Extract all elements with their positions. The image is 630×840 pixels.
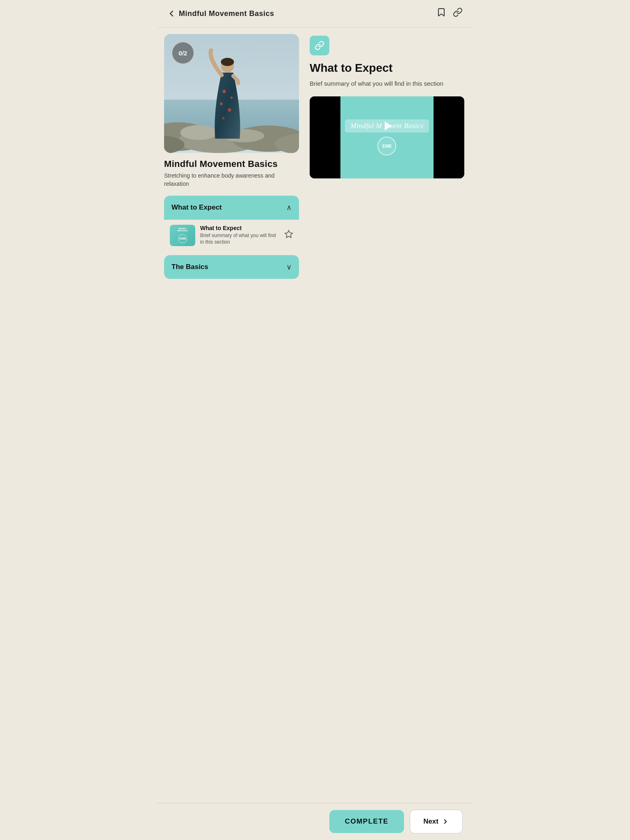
thumb-text: MindfulMovement [178, 228, 188, 232]
header-left: Mindful Movement Basics [167, 9, 274, 18]
lesson-thumbnail: MindfulMovement EMB [170, 225, 195, 246]
lesson-item-what-to-expect[interactable]: MindfulMovement EMB What to Expect Brief… [164, 219, 299, 251]
complete-button[interactable]: COMPLETE [329, 810, 404, 833]
svg-point-13 [220, 103, 223, 105]
video-thumbnail[interactable]: Mindful Mment Basics EMB [310, 96, 464, 178]
next-label: Next [423, 817, 438, 826]
progress-badge: 0/2 [171, 41, 194, 64]
svg-point-7 [180, 125, 217, 140]
left-column: 0/2 Mindful Movement Basics Stretching t… [158, 27, 306, 290]
detail-description: Brief summary of what you will find in t… [310, 79, 464, 89]
svg-point-10 [221, 58, 234, 66]
section-header-what-to-expect[interactable]: What to Expect ∧ [164, 196, 299, 219]
right-column: What to Expect Brief summary of what you… [306, 27, 472, 290]
svg-marker-18 [285, 231, 292, 237]
lesson-info: What to Expect Brief summary of what you… [200, 225, 279, 245]
svg-point-14 [228, 108, 231, 112]
detail-title: What to Expect [310, 61, 464, 75]
video-center: Mindful Mment Basics EMB [340, 96, 433, 178]
back-button[interactable] [167, 9, 176, 18]
section-label-what-to-expect: What to Expect [171, 203, 222, 212]
detail-link-icon [315, 41, 324, 50]
hero-image: 0/2 [164, 34, 299, 153]
svg-point-15 [222, 117, 224, 119]
next-button[interactable]: Next [410, 810, 463, 833]
bottom-bar: COMPLETE Next [158, 803, 472, 840]
main-content: 0/2 Mindful Movement Basics Stretching t… [158, 27, 472, 290]
section-what-to-expect: What to Expect ∧ MindfulMovement EMB Wha… [164, 196, 299, 251]
video-black-left [310, 96, 340, 178]
header: Mindful Movement Basics [158, 0, 472, 27]
play-icon [385, 121, 392, 130]
video-black-right [434, 96, 464, 178]
bookmark-button[interactable] [436, 7, 446, 20]
svg-point-17 [236, 82, 240, 85]
lesson-star-button[interactable] [284, 230, 293, 241]
thumb-logo-circle: EMB [178, 234, 187, 243]
chevron-up-icon: ∧ [286, 203, 292, 212]
progress-label: 0/2 [179, 50, 187, 57]
lesson-description: Brief summary of what you will find in t… [200, 233, 279, 245]
section-header-the-basics[interactable]: The Basics ∨ [164, 255, 299, 279]
lesson-title: What to Expect [200, 225, 279, 231]
course-title: Mindful Movement Basics [164, 159, 299, 169]
svg-point-11 [222, 90, 226, 93]
header-title: Mindful Movement Basics [179, 9, 274, 18]
svg-point-16 [209, 48, 213, 52]
course-subtitle: Stretching to enhance body awareness and… [164, 172, 299, 188]
svg-point-12 [230, 96, 233, 99]
logo-text: EMB [382, 144, 391, 148]
next-chevron-icon [442, 818, 449, 825]
logo-circle: EMB [377, 137, 396, 155]
header-actions [436, 7, 463, 20]
chevron-down-icon: ∨ [286, 262, 292, 272]
section-label-the-basics: The Basics [171, 263, 208, 271]
detail-link-icon-box [310, 36, 329, 55]
link-button[interactable] [453, 7, 463, 20]
section-the-basics: The Basics ∨ [164, 255, 299, 279]
